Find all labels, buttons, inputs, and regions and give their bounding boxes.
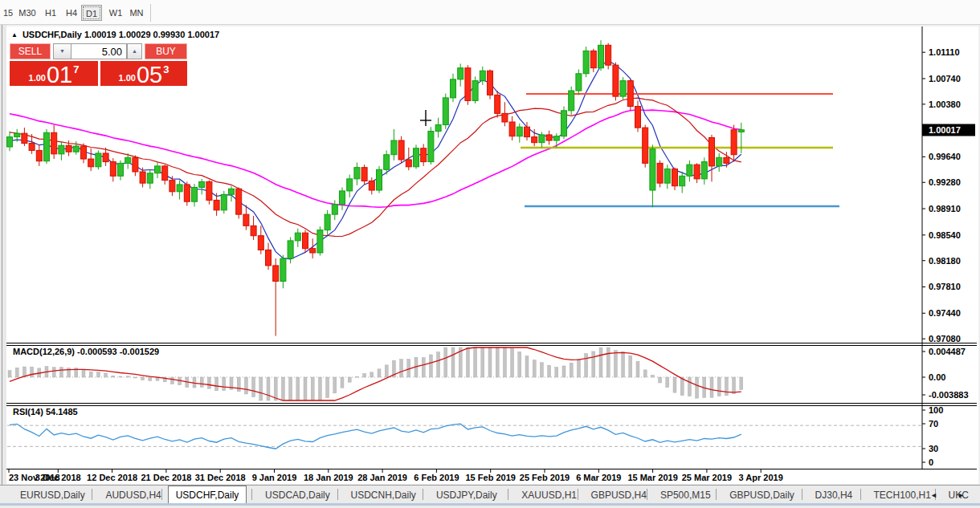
tab-usdcnh-daily[interactable]: USDCNH,Daily <box>344 486 423 504</box>
tab-separator <box>337 489 338 500</box>
date-axis-label: 6 Mar 2019 <box>576 473 621 482</box>
tab-audusd-h4[interactable]: AUDUSD,H4 <box>98 486 168 504</box>
date-axis-label: 15 Feb 2019 <box>466 473 516 482</box>
price-axis-label: 0.97440 <box>929 308 961 318</box>
current-price-label: 1.00017 <box>929 125 961 135</box>
chart-tab-bar: EURUSD,DailyAUDUSD,H4USDCHF,DailyUSDCAD,… <box>0 485 980 503</box>
timeframe-button-w1[interactable]: W1 <box>105 5 126 21</box>
toolbar-separator <box>150 4 151 22</box>
date-axis-label: 15 Mar 2019 <box>627 473 677 482</box>
date-axis-label: 25 Mar 2019 <box>682 473 732 482</box>
timeframe-button-h4[interactable]: H4 <box>63 5 80 21</box>
price-axis-label: 0.98540 <box>929 230 961 240</box>
date-axis-label: 9 Jan 2019 <box>252 473 297 482</box>
buy-button[interactable]: BUY <box>145 43 187 59</box>
rsi-axis-label: 0 <box>929 457 933 467</box>
price-axis-label: 1.00380 <box>929 100 961 109</box>
macd-axis-label: -0.003883 <box>929 390 969 400</box>
date-axis-label: 6 Feb 2019 <box>414 473 459 482</box>
macd-label: MACD(12,26,9) -0.000593 -0.001529 <box>13 347 159 356</box>
volume-increase-button[interactable]: ▲ <box>127 43 142 59</box>
tab-separator <box>251 489 252 500</box>
rsi-axis-label: 70 <box>929 419 938 429</box>
tab-separator <box>578 489 578 500</box>
macd-axis-label: 0.004487 <box>929 347 966 356</box>
date-axis-label: 3 Dec 2018 <box>35 473 81 482</box>
price-axis-label: 0.99640 <box>929 152 961 161</box>
price-axis-label: 0.99280 <box>929 177 961 187</box>
price-axis-label: 0.98180 <box>929 256 961 266</box>
chevron-up-icon: ▲ <box>128 44 141 59</box>
tab-separator <box>716 489 717 500</box>
tab-gbpusd-daily[interactable]: GBPUSD,Daily <box>722 486 802 504</box>
tab-gbpusd-h4[interactable]: GBPUSD,H4 <box>584 486 654 504</box>
chart-title: ▲USDCHF,Daily 1.00019 1.00029 0.99930 1.… <box>11 30 219 39</box>
collapse-trade-panel-icon[interactable]: ▲ <box>11 31 18 39</box>
timeframe-button-15[interactable]: 15 <box>2 5 14 21</box>
rsi-axis-label: 30 <box>929 444 938 453</box>
tab-usdchf-daily[interactable]: USDCHF,Daily <box>168 486 247 504</box>
tab-usdjpy-daily[interactable]: USDJPY,Daily <box>429 486 504 504</box>
buy-price-big: 05 <box>137 64 162 86</box>
tab-separator <box>647 489 647 500</box>
chart-title-text: USDCHF,Daily 1.00019 1.00029 0.99930 1.0… <box>22 30 219 39</box>
price-axis-label: 0.97080 <box>929 334 961 343</box>
timeframe-button-mn[interactable]: MN <box>126 5 147 21</box>
tab-sp500-m15[interactable]: SP500,M15 <box>653 486 718 504</box>
tab-separator <box>161 489 162 500</box>
date-axis-label: 21 Dec 2018 <box>141 473 191 482</box>
price-axis-label: 1.00740 <box>929 74 961 83</box>
volume-input[interactable] <box>71 43 127 59</box>
timeframe-button-h1[interactable]: H1 <box>40 5 61 21</box>
tab-separator <box>92 489 92 500</box>
timeframe-button-m30[interactable]: M30 <box>16 5 39 21</box>
sell-price-box[interactable]: 1.00 01 7 <box>10 61 98 86</box>
buy-price-small: 1.00 <box>119 73 136 83</box>
sell-button[interactable]: SELL <box>10 43 51 59</box>
tab-separator <box>508 489 508 500</box>
sell-price-big: 01 <box>47 64 72 86</box>
macd-axis-label: 0.00 <box>929 372 945 382</box>
date-axis-label: 31 Dec 2018 <box>195 473 246 482</box>
date-axis-label: 12 Dec 2018 <box>87 473 137 482</box>
timeframe-button-d1[interactable]: D1 <box>81 5 102 21</box>
tab-separator <box>802 489 802 500</box>
tab-separator <box>860 489 861 500</box>
buy-price-box[interactable]: 1.00 05 3 <box>100 61 187 86</box>
price-axis-label: 0.97810 <box>929 282 961 291</box>
price-axis-label: 0.98910 <box>929 204 961 213</box>
tab-eurusd-daily[interactable]: EURUSD,Daily <box>13 486 92 504</box>
sell-price-sup: 7 <box>73 63 79 75</box>
tab-separator <box>423 489 423 500</box>
sell-price-small: 1.00 <box>29 73 46 83</box>
trading-app-window: 15M30H1H4D1W1MN 1.011101.007401.003800.9… <box>0 0 980 508</box>
chevron-down-icon: ▼ <box>54 44 71 59</box>
date-axis-label: 18 Jan 2019 <box>304 473 353 482</box>
buy-price-sup: 3 <box>163 63 169 75</box>
tab-xauusd-h1[interactable]: XAUUSD,H1 <box>514 486 584 504</box>
price-axis-label: 1.01110 <box>929 47 960 57</box>
price-chart-svg[interactable]: 1.011101.007401.003800.996400.992800.989… <box>6 26 978 484</box>
timeframe-toolbar: 15M30H1H4D1W1MN <box>0 0 980 25</box>
date-axis-label: 25 Feb 2019 <box>520 473 570 482</box>
volume-decrease-button[interactable]: ▼ <box>53 43 71 59</box>
tab-dj30-h4[interactable]: DJ30,H4 <box>808 486 860 504</box>
rsi-label: RSI(14) 54.1485 <box>13 407 78 417</box>
gutter-edge <box>2 25 2 508</box>
tab-scroll-left-icon[interactable]: ◄ <box>930 490 937 500</box>
tab-scroll-right-icon[interactable]: ► <box>958 490 965 500</box>
date-axis-label: 28 Jan 2019 <box>357 473 407 482</box>
tab-usdcad-daily[interactable]: USDCAD,Daily <box>258 486 337 504</box>
rsi-axis-label: 100 <box>929 405 943 415</box>
tab-tech100-h1[interactable]: TECH100,H1 <box>867 486 938 504</box>
left-gutter <box>0 25 6 508</box>
date-axis-label: 3 Apr 2019 <box>739 473 783 482</box>
